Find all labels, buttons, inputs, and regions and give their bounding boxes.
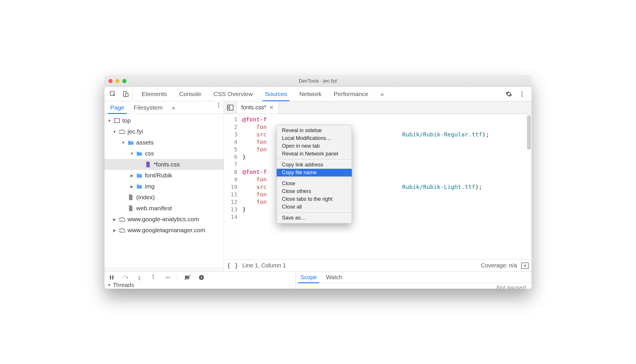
editor-vertical-scrollbar[interactable] (527, 115, 531, 150)
threads-section[interactable]: ▼ Threads (104, 281, 295, 289)
menu-copy-link-address[interactable]: Copy link address (277, 161, 352, 169)
inspect-element-icon[interactable] (109, 90, 117, 98)
folder-icon (128, 139, 134, 146)
tab-watch[interactable]: Watch (321, 272, 347, 283)
editor-file-tab[interactable]: fonts.css* ✕ (237, 101, 278, 114)
svg-rect-19 (201, 277, 202, 278)
menu-reveal-network[interactable]: Reveal in Network panel (277, 150, 352, 158)
pause-on-exceptions-icon[interactable] (198, 274, 205, 281)
svg-point-16 (169, 277, 170, 278)
svg-point-5 (521, 95, 523, 97)
tree-row-domain[interactable]: ▼ jec.fyi (104, 126, 224, 137)
tab-elements[interactable]: Elements (136, 87, 172, 101)
titlebar: DevTools - jec.fyi/ (104, 75, 532, 87)
menu-local-modifications[interactable]: Local Modifications… (277, 134, 352, 142)
svg-point-14 (139, 279, 140, 280)
step-icon[interactable] (163, 274, 171, 281)
tree-row-fonts-css[interactable]: ▶ *fonts.css (104, 159, 224, 170)
close-tab-icon[interactable]: ✕ (269, 104, 274, 111)
device-toolbar-icon[interactable] (122, 90, 129, 98)
editor-status-bar: { } Line 1, Column 1 Coverage: n/a ▾ (224, 259, 532, 271)
tree-row-ga-domain[interactable]: ▶ www.google-analytics.com (104, 214, 224, 225)
debugger-panel: ▼ Threads Scope Watch Not paused (104, 271, 532, 289)
tabs-overflow[interactable]: » (375, 87, 389, 101)
toggle-navigator-icon[interactable] (224, 101, 237, 114)
tree-row-img-folder[interactable]: ▶ img (104, 181, 224, 192)
sidebar-kebab-icon[interactable] (215, 101, 222, 109)
tree-row-manifest[interactable]: ▶ web.manifest (104, 203, 224, 214)
tree-label: top (122, 117, 131, 124)
sidebar-horizontal-scrollbar[interactable] (104, 267, 224, 271)
kebab-menu-icon[interactable] (518, 90, 526, 98)
tree-label: *fonts.css (154, 161, 180, 168)
coverage-toggle-icon[interactable]: ▾ (521, 262, 529, 269)
tab-network[interactable]: Network (294, 87, 327, 101)
tree-label: css (145, 150, 154, 157)
debugger-right: Scope Watch Not paused (296, 272, 532, 289)
editor-pane: fonts.css* ✕ 1 2 3 4 5 6 7 8 9 10 11 (224, 101, 532, 271)
sidebar-tab-page[interactable]: Page (106, 101, 129, 114)
menu-close-others[interactable]: Close others (277, 187, 352, 195)
svg-point-3 (521, 91, 523, 93)
svg-rect-11 (110, 275, 111, 279)
tree-label: font/Rubik (145, 172, 172, 179)
svg-point-6 (218, 103, 219, 104)
file-icon (128, 194, 134, 200)
step-over-icon[interactable] (122, 274, 129, 281)
menu-copy-file-name[interactable]: Copy file name (277, 169, 352, 177)
code-editor[interactable]: 1 2 3 4 5 6 7 8 9 10 11 12 13 14 @font-f… (224, 114, 532, 259)
cloud-icon (119, 216, 125, 222)
deactivate-breakpoints-icon[interactable] (184, 274, 191, 281)
tree-label: (index) (136, 194, 155, 201)
menu-close[interactable]: Close (277, 180, 352, 187)
tree-row-font-rubik[interactable]: ▶ font/Rubik (104, 170, 224, 181)
menu-close-tabs-right[interactable]: Close tabs to the right (277, 195, 352, 203)
pause-icon[interactable] (108, 274, 115, 281)
devtools-window: DevTools - jec.fyi/ Elements Console CSS… (104, 75, 532, 289)
tree-row-index[interactable]: ▶ (index) (104, 192, 224, 203)
sidebar-tab-filesystem[interactable]: Filesystem (129, 101, 167, 114)
step-out-icon[interactable] (149, 274, 157, 281)
sidebar-tabs-overflow[interactable]: » (167, 101, 180, 114)
tree-label: web.manifest (136, 205, 172, 212)
cloud-icon (119, 227, 125, 233)
main-tabs-bar: Elements Console CSS Overview Sources Ne… (104, 87, 532, 101)
tree-label: img (145, 183, 155, 190)
line-number-gutter: 1 2 3 4 5 6 7 8 9 10 11 12 13 14 (224, 114, 240, 259)
pretty-print-icon[interactable]: { } (227, 262, 238, 269)
tree-row-css-folder[interactable]: ▼ css (104, 148, 224, 159)
file-tree[interactable]: ▼ top ▼ jec.fyi ▼ (104, 114, 224, 267)
file-icon (128, 205, 134, 211)
file-tab-label: fonts.css* (241, 104, 266, 111)
tab-console[interactable]: Console (174, 87, 207, 101)
svg-point-8 (218, 106, 219, 108)
svg-rect-9 (114, 119, 119, 123)
menu-reveal-sidebar[interactable]: Reveal in sidebar (277, 127, 352, 134)
menu-close-all[interactable]: Close all (277, 203, 352, 211)
tree-row-top[interactable]: ▼ top (104, 115, 224, 126)
tab-sources[interactable]: Sources (260, 87, 292, 101)
step-into-icon[interactable] (136, 274, 143, 281)
frame-icon (114, 117, 120, 124)
svg-rect-12 (112, 275, 113, 279)
tab-performance[interactable]: Performance (328, 87, 373, 101)
menu-save-as[interactable]: Save as… (277, 214, 352, 222)
cloud-icon (119, 128, 125, 135)
tree-label: assets (136, 139, 154, 146)
sidebar-tabs: Page Filesystem » (104, 101, 224, 114)
settings-gear-icon[interactable] (505, 90, 512, 98)
svg-rect-10 (227, 105, 233, 110)
tab-css-overview[interactable]: CSS Overview (208, 87, 258, 101)
coverage-status: Coverage: n/a (481, 262, 517, 269)
tree-row-gtm-domain[interactable]: ▶ www.googletagmanager.com (104, 225, 224, 236)
folder-icon (136, 172, 143, 179)
svg-point-15 (153, 275, 154, 276)
tree-row-assets[interactable]: ▼ assets (104, 137, 224, 148)
editor-tabs: fonts.css* ✕ (224, 101, 532, 114)
tree-label: www.google-analytics.com (128, 216, 199, 223)
tab-scope[interactable]: Scope (296, 272, 321, 283)
svg-point-13 (127, 277, 128, 278)
menu-open-new-tab[interactable]: Open in new tab (277, 142, 352, 150)
threads-label: Threads (113, 282, 134, 288)
not-paused-label: Not paused (496, 284, 526, 289)
